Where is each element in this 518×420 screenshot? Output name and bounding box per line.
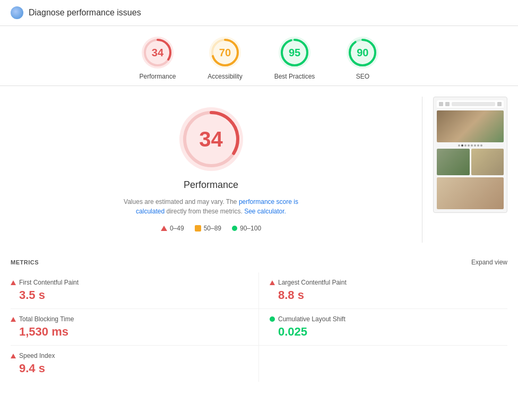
score-label-performance: Performance xyxy=(140,73,176,80)
metrics-section: METRICS Expand view First Contentful Pai… xyxy=(0,253,518,387)
metric-name-si: Speed Index xyxy=(19,352,55,359)
legend: 0–49 50–89 90–100 xyxy=(161,225,261,232)
big-score-label: Performance xyxy=(184,179,238,191)
vertical-divider xyxy=(422,97,422,243)
description-mid: directly from these metrics. xyxy=(166,208,244,215)
metric-item-lcp: Largest Contentful Paint 8.8 s xyxy=(259,272,507,309)
main-content: 34 Performance Values are estimated and … xyxy=(0,86,518,253)
preview-action-icon xyxy=(497,102,502,106)
metric-name-row-tbt: Total Blocking Time xyxy=(11,315,248,323)
metric-indicator-cls xyxy=(270,316,275,322)
preview-menu-icon xyxy=(439,102,443,106)
metric-name-row-fcp: First Contentful Paint xyxy=(11,279,248,286)
score-value-accessibility: 70 xyxy=(219,47,231,59)
legend-square-icon xyxy=(195,225,201,232)
metric-value-lcp: 8.8 s xyxy=(270,288,507,302)
big-score-number: 34 xyxy=(199,127,223,151)
metric-name-row-cls: Cumulative Layout Shift xyxy=(270,315,507,323)
preview-dot-7 xyxy=(477,144,479,147)
preview-box xyxy=(433,97,507,213)
preview-grid-image-2 xyxy=(471,149,504,175)
legend-range-high: 90–100 xyxy=(240,225,261,232)
score-item-best-practices[interactable]: 95 Best Practices xyxy=(274,37,315,80)
metrics-grid: First Contentful Paint 3.5 s Largest Con… xyxy=(11,272,507,382)
metric-value-fcp: 3.5 s xyxy=(11,288,248,302)
score-circle-best-practices: 95 xyxy=(279,37,310,68)
legend-item-low: 0–49 xyxy=(161,225,184,232)
score-label-seo: SEO xyxy=(356,73,369,80)
metric-name-fcp: First Contentful Paint xyxy=(19,279,79,286)
header-icon xyxy=(11,6,23,19)
metric-item-cls: Cumulative Layout Shift 0.025 xyxy=(259,309,507,346)
score-value-seo: 90 xyxy=(357,47,368,59)
right-panel xyxy=(433,97,507,243)
metric-indicator-lcp xyxy=(270,280,275,285)
metric-item-si: Speed Index 9.4 s xyxy=(11,346,259,382)
legend-dot-icon xyxy=(232,226,237,231)
score-value-performance: 34 xyxy=(152,47,163,59)
preview-grid xyxy=(437,149,504,175)
preview-url-bar xyxy=(452,102,495,106)
score-label-accessibility: Accessibility xyxy=(208,73,242,80)
left-panel: 34 Performance Values are estimated and … xyxy=(11,97,411,243)
score-circle-seo: 90 xyxy=(347,37,378,68)
legend-triangle-icon xyxy=(161,226,167,231)
metric-name-row-si: Speed Index xyxy=(11,352,248,359)
preview-dot-1 xyxy=(458,144,460,147)
metric-name-lcp: Largest Contentful Paint xyxy=(278,279,347,286)
metric-item-fcp: First Contentful Paint 3.5 s xyxy=(11,272,259,309)
description-plain: Values are estimated and may vary. The xyxy=(124,198,237,205)
metric-value-tbt: 1,530 ms xyxy=(11,325,248,339)
score-item-accessibility[interactable]: 70 Accessibility xyxy=(208,37,242,80)
score-circle-performance: 34 xyxy=(142,37,174,68)
legend-item-high: 90–100 xyxy=(232,225,261,232)
expand-view-button[interactable]: Expand view xyxy=(471,259,507,266)
preview-dot-8 xyxy=(480,144,482,147)
score-circle-accessibility: 70 xyxy=(209,37,241,68)
metrics-title: METRICS xyxy=(11,259,39,265)
header: Diagnose performance issues xyxy=(0,0,518,26)
big-score-circle: 34 xyxy=(179,107,243,171)
preview-main-image xyxy=(437,110,504,142)
legend-range-mid: 50–89 xyxy=(204,225,221,232)
legend-item-mid: 50–89 xyxy=(195,225,221,232)
preview-dot-4 xyxy=(468,144,470,147)
score-value-best-practices: 95 xyxy=(289,47,300,59)
metric-name-cls: Cumulative Layout Shift xyxy=(278,315,346,323)
metric-indicator-tbt xyxy=(11,317,16,322)
metric-indicator-fcp xyxy=(11,280,16,285)
header-title: Diagnose performance issues xyxy=(29,8,141,18)
preview-dot-2 xyxy=(461,144,463,147)
preview-search-icon xyxy=(445,102,450,106)
legend-range-low: 0–49 xyxy=(170,225,184,232)
metric-value-si: 9.4 s xyxy=(11,362,248,375)
metric-indicator-si xyxy=(11,354,16,358)
score-item-seo[interactable]: 90 SEO xyxy=(347,37,378,80)
scores-bar: 34 Performance 70 Accessibility 95 Best … xyxy=(0,26,518,86)
preview-dot-6 xyxy=(474,144,476,147)
preview-portrait-image xyxy=(437,177,504,209)
score-label-best-practices: Best Practices xyxy=(274,73,315,80)
big-score-container: 34 Performance Values are estimated and … xyxy=(11,97,411,243)
score-item-performance[interactable]: 34 Performance xyxy=(140,37,176,80)
preview-dot-5 xyxy=(471,144,473,147)
metrics-header: METRICS Expand view xyxy=(11,259,507,266)
preview-dots xyxy=(437,144,504,147)
preview-dot-3 xyxy=(464,144,467,147)
metric-name-row-lcp: Largest Contentful Paint xyxy=(270,279,507,286)
preview-toolbar xyxy=(437,100,504,108)
score-description: Values are estimated and may vary. The p… xyxy=(116,197,307,216)
metric-name-tbt: Total Blocking Time xyxy=(19,315,74,323)
metric-value-cls: 0.025 xyxy=(270,325,507,339)
metric-item-tbt: Total Blocking Time 1,530 ms xyxy=(11,309,259,346)
preview-grid-image-1 xyxy=(437,149,470,175)
calculator-link[interactable]: See calculator. xyxy=(244,208,286,215)
